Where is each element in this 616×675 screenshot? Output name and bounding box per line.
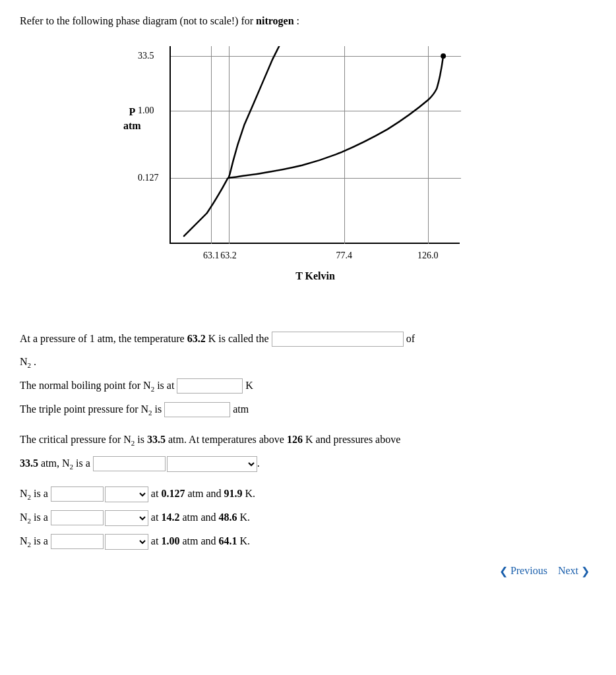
q3-text: The triple point pressure for N2 is — [20, 400, 164, 420]
q6-answer-input[interactable] — [51, 510, 104, 525]
q4-select[interactable]: solid liquid gas supercritical fluid — [167, 456, 257, 472]
nav-buttons: Previous Next — [20, 565, 596, 577]
q4-text1: The critical pressure for N2 is 33.5 atm… — [20, 430, 400, 450]
next-label: Next — [558, 565, 578, 577]
x-tick-label-774: 77.4 — [336, 250, 353, 261]
q3-answer-input[interactable] — [164, 402, 230, 417]
chart-wrapper: Patm 33.5 1.00 0.127 63.1 63.2 77.4 — [123, 40, 493, 283]
q5-text: at 0.127 atm and 91.9 K. — [148, 484, 255, 504]
phase-diagram-svg — [171, 46, 460, 243]
x-axis-title: T Kelvin — [295, 270, 335, 282]
x-tick-label-632: 63.2 — [220, 250, 237, 261]
question-1: At a pressure of 1 atm, the temperature … — [20, 330, 596, 349]
q5-select[interactable]: solid liquid gas — [105, 486, 148, 502]
q4-text2: 33.5 atm, N2 is a — [20, 454, 93, 474]
question-2: The normal boiling point for N2 is at K — [20, 376, 596, 396]
q4-answer-input[interactable] — [93, 456, 166, 471]
question-5: N2 is a solid liquid gas at 0.127 atm an… — [20, 484, 596, 504]
chevron-right-icon — [581, 565, 590, 577]
q1-of-text: of — [404, 330, 415, 349]
intro-text: Refer to the following phase diagram (no… — [20, 13, 596, 29]
question-7: N2 is a solid liquid gas at 1.00 atm and… — [20, 532, 596, 552]
chevron-left-icon — [499, 565, 508, 577]
q5-n2: N2 is a — [20, 484, 51, 504]
q6-n2: N2 is a — [20, 508, 51, 528]
chart-container: Patm 33.5 1.00 0.127 63.1 63.2 77.4 — [20, 40, 596, 283]
next-button[interactable]: Next — [558, 565, 590, 577]
q1-answer-input[interactable] — [272, 332, 404, 347]
element-name: nitrogen — [256, 15, 293, 26]
q5-answer-input[interactable] — [51, 486, 104, 502]
questions-section: At a pressure of 1 atm, the temperature … — [20, 330, 596, 552]
q4-period: . — [257, 454, 260, 473]
y-tick-label-33: 33.5 — [138, 51, 154, 61]
question-6: N2 is a solid liquid gas at 14.2 atm and… — [20, 508, 596, 528]
question-4-line2: 33.5 atm, N2 is a solid liquid gas super… — [20, 454, 596, 474]
question-4-line1: The critical pressure for N2 is 33.5 atm… — [20, 430, 596, 450]
q1-n2: N2 . — [20, 353, 36, 372]
q6-select[interactable]: solid liquid gas — [105, 510, 148, 526]
q6-text: at 14.2 atm and 48.6 K. — [148, 508, 250, 527]
question-3: The triple point pressure for N2 is atm — [20, 400, 596, 420]
q7-text: at 1.00 atm and 64.1 K. — [148, 532, 250, 551]
x-tick-label-631: 63.1 — [203, 250, 220, 261]
x-tick-label-126: 126.0 — [417, 250, 439, 261]
q1-text-prefix: At a pressure of 1 atm, the temperature … — [20, 330, 272, 349]
q7-answer-input[interactable] — [51, 534, 104, 549]
q7-select[interactable]: solid liquid gas — [105, 534, 148, 550]
previous-label: Previous — [510, 565, 547, 577]
y-tick-label-1: 1.00 — [138, 105, 154, 116]
q7-n2: N2 is a — [20, 532, 51, 552]
q2-unit: K — [243, 376, 253, 396]
question-4-block: The critical pressure for N2 is 33.5 atm… — [20, 430, 596, 474]
y-tick-label-0127: 0.127 — [138, 173, 159, 183]
svg-point-0 — [441, 53, 446, 59]
question-1-n2: N2 . — [20, 353, 596, 372]
question-567-block: N2 is a solid liquid gas at 0.127 atm an… — [20, 484, 596, 552]
chart-area: 33.5 1.00 0.127 63.1 63.2 77.4 126.0 — [169, 46, 460, 244]
q2-text: The normal boiling point for N2 is at — [20, 376, 177, 396]
q3-unit: atm — [230, 400, 249, 419]
q2-answer-input[interactable] — [177, 378, 243, 394]
previous-button[interactable]: Previous — [499, 565, 547, 577]
